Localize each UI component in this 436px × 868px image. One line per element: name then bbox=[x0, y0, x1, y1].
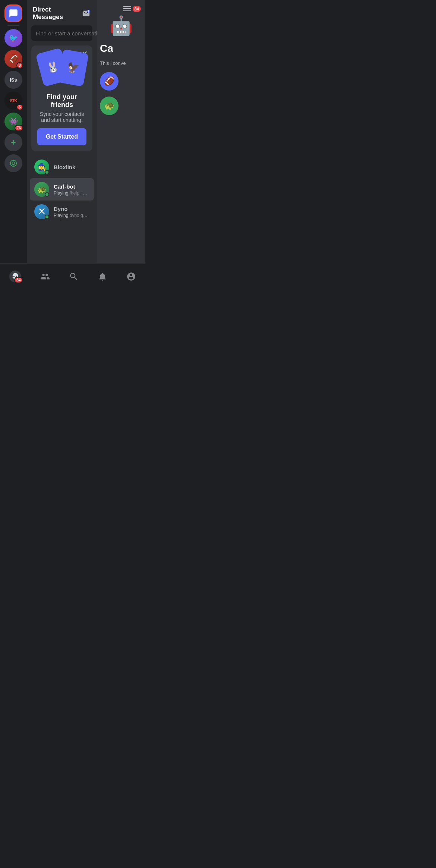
sidebar-dm-button[interactable] bbox=[4, 4, 22, 22]
message-icon bbox=[9, 9, 18, 18]
new-dm-button[interactable] bbox=[81, 8, 91, 19]
dm-item-carlbot[interactable]: 🐢 Carl-bot Playing /help | carl.gg bbox=[30, 178, 94, 201]
carlbot-activity-keyword: Playing bbox=[54, 190, 68, 196]
svg-point-0 bbox=[12, 162, 15, 164]
right-text-big: Ca bbox=[100, 42, 142, 54]
discover-button[interactable] bbox=[4, 154, 22, 172]
bottom-nav-friends[interactable] bbox=[40, 272, 50, 281]
bloxlink-avatar-wrapper: 🧙 bbox=[34, 160, 49, 174]
sidebar-divider bbox=[7, 25, 19, 26]
sidebar-server-war-wrapper: 👾 76 bbox=[4, 113, 22, 130]
app-container: 🐦 🏈 3 ISs STK 5 bbox=[0, 0, 145, 289]
right-emoji: 🤖 bbox=[100, 15, 142, 37]
add-server-button[interactable]: + bbox=[4, 133, 22, 151]
phone-right: 🦅 bbox=[57, 49, 89, 87]
right-text-small: This i conve bbox=[100, 60, 142, 66]
menu-button[interactable] bbox=[123, 6, 131, 12]
dyno-name: Dyno bbox=[54, 206, 89, 212]
sidebar-server-helmet-wrapper: 🏈 3 bbox=[4, 50, 22, 68]
search-input[interactable] bbox=[36, 30, 97, 37]
war-server-badge: 76 bbox=[15, 125, 23, 131]
bottom-nav: 💀 84 bbox=[0, 263, 145, 289]
dm-panel-title: Direct Messages bbox=[33, 6, 81, 21]
carlbot-activity: Playing /help | carl.gg bbox=[54, 190, 89, 196]
sidebar-server-iss[interactable]: ISs bbox=[4, 71, 22, 89]
dm-panel: Direct Messages 🔍 ✕ bbox=[27, 0, 97, 263]
find-friends-subtitle: Sync your contacts and start chatting. bbox=[37, 111, 86, 123]
right-avatar-2: 🐢 bbox=[100, 97, 119, 115]
bloxlink-name: Bloxlink bbox=[54, 164, 89, 170]
sidebar-server-stk-wrapper: STK 5 bbox=[4, 92, 22, 110]
svg-point-1 bbox=[10, 160, 17, 167]
right-panel: 84 🤖 Ca This i conve 🏈 🐢 bbox=[97, 0, 145, 263]
sidebar-server-bird[interactable]: 🐦 bbox=[4, 29, 22, 47]
bottom-nav-search[interactable] bbox=[69, 272, 79, 281]
search-bar: 🔍 bbox=[31, 25, 92, 41]
main-area: 🐦 🏈 3 ISs STK 5 bbox=[0, 0, 145, 263]
right-panel-content: 🤖 Ca This i conve 🏈 🐢 bbox=[97, 15, 145, 115]
find-friends-card: ✕ 🐰 🦅 Find your friends Sync your contac… bbox=[31, 45, 92, 151]
carlbot-avatar-wrapper: 🐢 bbox=[34, 182, 49, 197]
menu-line-1 bbox=[123, 6, 131, 7]
right-panel-badge: 84 bbox=[133, 6, 141, 12]
helmet-server-badge: 3 bbox=[16, 62, 23, 69]
menu-line-2 bbox=[123, 8, 131, 9]
dm-panel-header: Direct Messages bbox=[27, 0, 97, 25]
sidebar: 🐦 🏈 3 ISs STK 5 bbox=[0, 0, 27, 263]
dyno-activity-text: dyno.gg | ?help bbox=[70, 213, 89, 218]
bottom-nav-notifications[interactable] bbox=[98, 272, 107, 281]
new-message-icon bbox=[82, 9, 90, 18]
profile-icon bbox=[126, 272, 136, 281]
bottom-nav-avatar[interactable]: 💀 84 bbox=[9, 271, 21, 283]
right-avatar-1: 🏈 bbox=[100, 72, 119, 91]
avatar-badge: 84 bbox=[14, 277, 23, 283]
get-started-button[interactable]: Get Started bbox=[37, 128, 86, 145]
dyno-info: Dyno Playing dyno.gg | ?help bbox=[54, 206, 89, 218]
bloxlink-status bbox=[45, 170, 49, 174]
dyno-status bbox=[45, 215, 49, 219]
carlbot-activity-text: /help | carl.gg bbox=[70, 190, 89, 196]
dyno-avatar-wrapper bbox=[34, 204, 49, 219]
dm-list: 🧙 Bloxlink 🐢 Carl-bot bbox=[27, 156, 97, 263]
user-avatar: 💀 84 bbox=[9, 271, 21, 283]
discover-icon bbox=[9, 159, 18, 167]
right-panel-menu-area: 84 bbox=[97, 6, 145, 15]
card-phones: 🐰 🦅 bbox=[36, 51, 88, 89]
carlbot-status bbox=[45, 192, 49, 197]
friends-icon bbox=[40, 272, 50, 281]
carlbot-info: Carl-bot Playing /help | carl.gg bbox=[54, 183, 89, 196]
dyno-activity: Playing dyno.gg | ?help bbox=[54, 213, 89, 218]
stk-server-badge: 5 bbox=[16, 104, 23, 110]
bell-icon bbox=[98, 272, 107, 281]
dyno-icon bbox=[38, 208, 46, 216]
carlbot-name: Carl-bot bbox=[54, 183, 89, 190]
dyno-activity-keyword: Playing bbox=[54, 213, 68, 218]
find-friends-title: Find your friends bbox=[37, 93, 86, 109]
menu-line-3 bbox=[123, 10, 131, 11]
search-nav-icon bbox=[69, 272, 79, 281]
bottom-nav-profile[interactable] bbox=[126, 272, 136, 281]
dm-item-bloxlink[interactable]: 🧙 Bloxlink bbox=[30, 156, 94, 178]
dm-item-dyno[interactable]: Dyno Playing dyno.gg | ?help bbox=[30, 201, 94, 223]
card-illustration: 🐰 🦅 bbox=[37, 51, 86, 89]
bloxlink-info: Bloxlink bbox=[54, 164, 89, 170]
